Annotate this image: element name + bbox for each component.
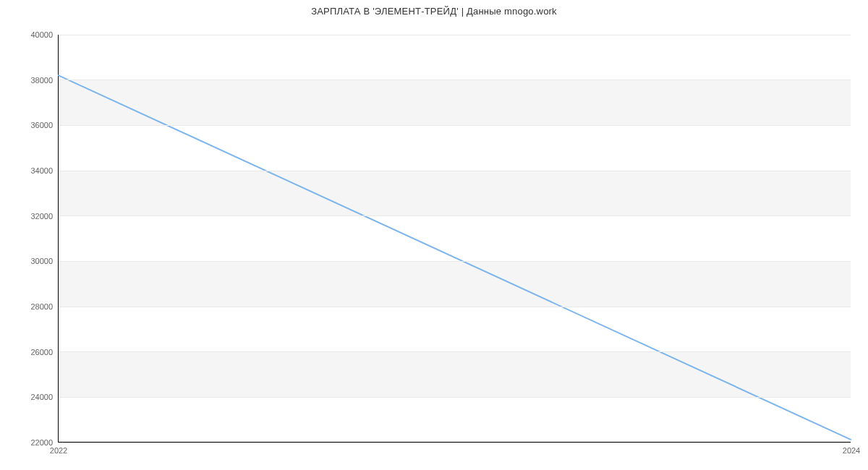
y-grid-line	[59, 261, 851, 262]
y-tick-label: 40000	[30, 30, 59, 39]
y-grid-line	[59, 215, 851, 216]
y-grid-line	[59, 80, 851, 80]
line-layer	[59, 35, 851, 442]
y-grid-line	[59, 125, 851, 126]
y-tick-label: 30000	[30, 257, 59, 265]
y-grid-line	[59, 35, 851, 35]
y-grid-line	[59, 443, 851, 443]
y-grid-line	[59, 351, 851, 352]
y-tick-label: 34000	[30, 166, 59, 175]
y-tick-label: 32000	[30, 212, 59, 221]
x-tick-label: 2022	[50, 442, 67, 455]
y-tick-label: 38000	[30, 76, 59, 85]
chart-title: ЗАРПЛАТА В 'ЭЛЕМЕНТ-ТРЕЙД' | Данные mnog…	[0, 6, 868, 17]
y-grid-line	[59, 397, 851, 398]
y-tick-label: 28000	[30, 302, 59, 311]
y-grid-line	[59, 171, 851, 171]
y-tick-label: 24000	[30, 393, 59, 401]
series-line	[59, 75, 851, 440]
chart-container: ЗАРПЛАТА В 'ЭЛЕМЕНТ-ТРЕЙД' | Данные mnog…	[0, 0, 868, 470]
y-tick-label: 36000	[30, 121, 59, 129]
y-grid-line	[59, 307, 851, 307]
y-tick-label: 26000	[30, 348, 59, 356]
x-tick-label: 2024	[843, 442, 860, 455]
plot-area: 2200024000260002800030000320003400036000…	[58, 35, 851, 443]
